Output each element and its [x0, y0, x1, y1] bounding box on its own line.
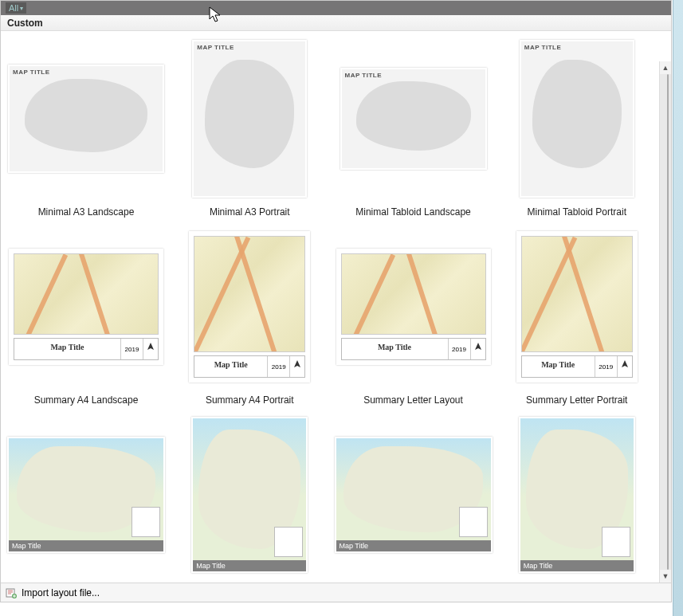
thumbnail-preview: Map Title2019	[189, 231, 310, 383]
north-arrow-icon	[143, 339, 158, 359]
layout-template-item[interactable]: MAP TITLEMinimal Tabloid Portrait	[499, 36, 656, 218]
thumbnail-wrap: MAP TITLE	[7, 36, 165, 202]
map-landmass	[356, 81, 471, 151]
thumbnail-wrap: Map Title2019	[335, 224, 493, 390]
gallery-scroll-area[interactable]: MAP TITLEMinimal A3 LandscapeMAP TITLEMi…	[1, 31, 671, 583]
north-arrow-icon	[618, 356, 632, 377]
thumbnail-preview: Map Title2019	[9, 249, 163, 365]
summary-year: 2019	[449, 339, 471, 359]
summary-title: Map Title	[522, 356, 595, 377]
layout-template-item[interactable]: MAP TITLEMinimal A3 Landscape	[7, 36, 165, 218]
summary-info-block: Map Title2019	[194, 355, 305, 378]
north-arrow-icon	[471, 339, 485, 359]
layout-template-label: Minimal A3 Landscape	[38, 206, 135, 218]
thumbnail-preview: Map Title2019	[336, 249, 491, 365]
layout-template-label: Summary A4 Portrait	[206, 394, 294, 406]
layout-template-item[interactable]: Map Title2019Summary Letter Layout	[335, 224, 493, 406]
thumbnail-preview: Map Title	[335, 437, 493, 553]
thumbnail-preview: MAP TITLE	[8, 65, 164, 173]
layout-template-label: Summary A4 Landscape	[34, 394, 139, 406]
title-bar: Map Title	[520, 560, 634, 571]
layout-gallery-panel: All ▾ Custom MAP TITLEMinimal A3 Landsca…	[0, 0, 672, 602]
map-legend	[602, 527, 630, 557]
layout-template-item[interactable]: Map TitleTitle Bar Letter Portrait	[499, 412, 656, 583]
map-legend	[131, 507, 160, 537]
map-legend	[459, 507, 488, 537]
thumbnail-title-tag: MAP TITLE	[345, 72, 383, 79]
thumbnail-preview: Map Title	[7, 437, 165, 553]
map-area	[193, 418, 306, 560]
layout-template-label: Minimal Tabloid Landscape	[355, 206, 471, 218]
thumbnail-preview: MAP TITLE	[192, 40, 307, 198]
layout-template-label: Minimal A3 Portrait	[210, 206, 290, 218]
scroll-down-arrow-icon[interactable]: ▼	[660, 570, 671, 583]
map-area	[336, 438, 491, 540]
layout-template-item[interactable]: Map TitleTitle Bar Letter Landscape	[335, 412, 493, 583]
filter-dropdown[interactable]: All ▾	[6, 2, 26, 14]
layout-template-item[interactable]: Map Title2019Summary A4 Landscape	[7, 224, 165, 406]
summary-info-block: Map Title2019	[521, 355, 633, 378]
window-edge-strip	[673, 0, 683, 616]
map-landmass	[205, 60, 294, 168]
thumbnail-preview: Map Title2019	[516, 231, 638, 383]
map-area	[521, 236, 633, 352]
thumbnail-wrap: Map Title2019	[499, 224, 656, 390]
thumbnail-wrap: Map Title2019	[7, 224, 165, 390]
gallery-grid: MAP TITLEMinimal A3 LandscapeMAP TITLEMi…	[7, 36, 655, 583]
scroll-thumb[interactable]	[667, 74, 669, 570]
thumbnail-wrap: Map Title2019	[171, 224, 328, 390]
title-bar: Map Title	[193, 560, 306, 571]
thumbnail-title-tag: MAP TITLE	[13, 69, 50, 76]
map-area	[341, 253, 486, 335]
summary-info-block: Map Title2019	[341, 338, 486, 360]
map-landmass	[25, 79, 147, 152]
thumbnail-preview: MAP TITLE	[340, 68, 487, 170]
map-area	[194, 236, 305, 352]
chevron-down-icon: ▾	[20, 5, 23, 12]
map-area	[520, 418, 634, 560]
title-bar: Map Title	[336, 540, 491, 551]
summary-info-block: Map Title2019	[14, 338, 159, 360]
scroll-up-arrow-icon[interactable]: ▲	[660, 61, 671, 74]
summary-title: Map Title	[14, 339, 121, 359]
import-layout-icon[interactable]	[6, 587, 17, 598]
filter-dropdown-label: All	[9, 3, 18, 13]
north-arrow-icon	[290, 356, 304, 377]
layout-template-label: Minimal Tabloid Portrait	[528, 206, 627, 218]
thumbnail-wrap: Map Title	[7, 412, 165, 578]
section-header: Custom	[1, 15, 671, 31]
thumbnail-title-tag: MAP TITLE	[197, 44, 234, 51]
map-area	[14, 253, 159, 335]
thumbnail-preview: MAP TITLE	[520, 40, 634, 198]
thumbnail-wrap: Map Title	[171, 412, 328, 578]
map-landmass	[532, 60, 622, 168]
summary-year: 2019	[268, 356, 290, 377]
vertical-scrollbar[interactable]: ▲ ▼	[659, 61, 671, 583]
map-legend	[274, 527, 303, 557]
thumbnail-wrap: MAP TITLE	[499, 36, 656, 202]
footer-bar: Import layout file...	[1, 583, 671, 602]
layout-template-item[interactable]: MAP TITLEMinimal A3 Portrait	[171, 36, 328, 218]
summary-title: Map Title	[194, 356, 268, 377]
thumbnail-preview: Map Title	[519, 417, 635, 573]
layout-template-item[interactable]: Map Title2019Summary A4 Portrait	[171, 224, 328, 406]
title-bar: Map Title	[9, 540, 163, 551]
layout-template-label: Summary Letter Portrait	[526, 394, 627, 406]
layout-template-item[interactable]: Map Title2019Summary Letter Portrait	[499, 224, 656, 406]
map-area	[9, 438, 163, 540]
import-layout-link[interactable]: Import layout file...	[22, 587, 100, 598]
summary-year: 2019	[121, 339, 143, 359]
layout-template-item[interactable]: Map TitleTitle Bar A4 Landscape	[7, 412, 165, 583]
thumbnail-wrap: MAP TITLE	[335, 36, 493, 202]
section-title: Custom	[7, 18, 43, 29]
thumbnail-wrap: Map Title	[499, 412, 656, 578]
summary-year: 2019	[595, 356, 618, 377]
thumbnail-wrap: Map Title	[335, 412, 493, 578]
thumbnail-preview: Map Title	[191, 417, 308, 573]
layout-template-item[interactable]: MAP TITLEMinimal Tabloid Landscape	[335, 36, 493, 218]
layout-template-item[interactable]: Map TitleTitle Bar A4 Portrait	[171, 412, 328, 583]
layout-template-label: Summary Letter Layout	[363, 394, 463, 406]
filter-bar: All ▾	[1, 1, 671, 15]
thumbnail-title-tag: MAP TITLE	[524, 44, 562, 51]
thumbnail-wrap: MAP TITLE	[171, 36, 328, 202]
